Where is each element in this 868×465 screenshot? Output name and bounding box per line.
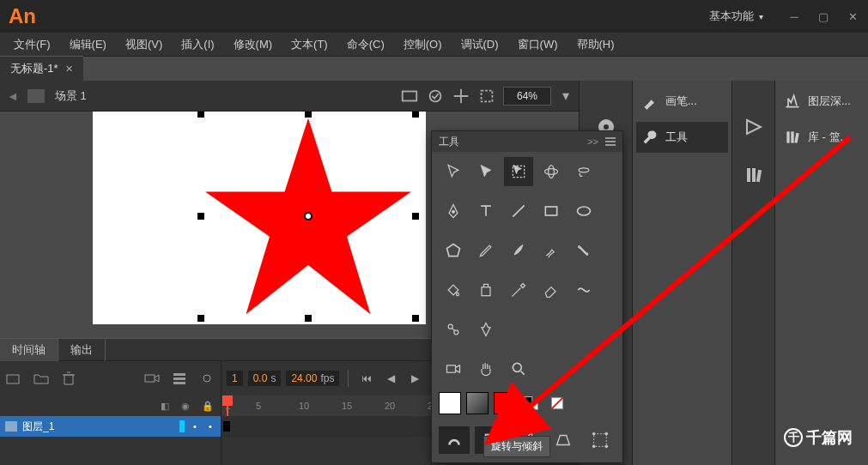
swap-colors-button[interactable]: [466, 392, 489, 414]
brush-tool[interactable]: [504, 236, 533, 265]
3d-rotation-tool[interactable]: [537, 157, 566, 186]
stroke-color-swatch[interactable]: [439, 392, 461, 414]
fill-color-swatch[interactable]: [494, 392, 516, 414]
tools-panel-button[interactable]: 工具: [636, 122, 728, 153]
center-stage-icon[interactable]: [452, 87, 470, 106]
selection-handle[interactable]: [197, 213, 204, 220]
free-transform-tool[interactable]: [504, 157, 533, 186]
envelope-option[interactable]: [585, 426, 616, 454]
layer-outline-indicator[interactable]: [179, 420, 185, 432]
menu-control[interactable]: 控制(O): [395, 33, 451, 56]
window-close-button[interactable]: ✕: [846, 9, 859, 23]
link-layers-button[interactable]: [198, 370, 215, 387]
selection-handle[interactable]: [305, 112, 312, 118]
selection-handle[interactable]: [412, 112, 419, 118]
tab-timeline[interactable]: 时间轴: [0, 339, 58, 361]
menu-text[interactable]: 文本(T): [282, 33, 337, 56]
menu-insert[interactable]: 插入(I): [173, 33, 222, 56]
tab-output[interactable]: 输出: [58, 339, 106, 361]
scene-back-button[interactable]: ◄: [5, 88, 21, 104]
subselection-tool[interactable]: [471, 157, 501, 186]
brush-panel-button[interactable]: 画笔...: [636, 86, 728, 117]
no-color-button[interactable]: [547, 393, 568, 414]
menu-modify[interactable]: 修改(M): [225, 33, 282, 56]
current-frame-readout[interactable]: 1: [227, 371, 243, 386]
keyframe[interactable]: [223, 421, 230, 432]
asset-warp-tool[interactable]: [439, 315, 468, 344]
text-tool[interactable]: [471, 196, 501, 226]
playhead[interactable]: [227, 396, 228, 416]
step-back-button[interactable]: ◀: [381, 369, 400, 388]
fps-readout[interactable]: 24.00fps: [286, 371, 339, 386]
selection-handle[interactable]: [305, 315, 312, 322]
tools-panel-titlebar[interactable]: 工具 >>: [432, 131, 622, 152]
polystar-tool[interactable]: [439, 236, 468, 265]
menu-view[interactable]: 视图(V): [117, 33, 171, 56]
zoom-input[interactable]: [503, 87, 551, 106]
clip-stage-icon[interactable]: [477, 87, 496, 106]
selection-handle[interactable]: [197, 112, 204, 118]
pin-tool[interactable]: [471, 315, 501, 344]
document-tab[interactable]: 无标题-1* ✕: [0, 56, 83, 81]
ink-bottle-tool[interactable]: [471, 275, 501, 305]
document-tab-close[interactable]: ✕: [65, 63, 73, 75]
pencil-tool[interactable]: [471, 236, 501, 265]
selection-handle[interactable]: [197, 315, 204, 322]
visibility-column-icon[interactable]: ◉: [181, 401, 190, 412]
menu-edit[interactable]: 编辑(E): [61, 33, 115, 56]
camera-button[interactable]: [143, 370, 161, 387]
tools-panel-menu-icon[interactable]: [605, 137, 616, 146]
delete-layer-button[interactable]: [60, 370, 77, 387]
menu-window[interactable]: 窗口(W): [509, 33, 567, 56]
window-minimize-button[interactable]: ─: [787, 9, 801, 23]
layer-depth-panel-button[interactable]: 图层深...: [779, 86, 865, 117]
menu-debug[interactable]: 调试(D): [452, 33, 507, 56]
line-tool[interactable]: [504, 196, 533, 226]
layer-visibility-toggle[interactable]: •: [190, 421, 200, 432]
width-tool[interactable]: [569, 275, 598, 305]
zoom-dropdown[interactable]: ▾: [558, 87, 574, 106]
play-button[interactable]: ▶: [405, 369, 424, 388]
paint-brush-tool[interactable]: [537, 236, 566, 265]
distort-option[interactable]: [548, 426, 579, 454]
layer-lock-toggle[interactable]: •: [205, 421, 215, 432]
paint-bucket-tool[interactable]: [439, 275, 468, 305]
edit-scene-icon[interactable]: [400, 87, 419, 106]
transform-panel-button[interactable]: [738, 112, 769, 142]
selection-handle[interactable]: [412, 315, 419, 322]
new-folder-button[interactable]: [33, 370, 50, 387]
bone-tool[interactable]: [569, 236, 598, 265]
oval-tool[interactable]: [569, 196, 598, 226]
new-layer-button[interactable]: [5, 370, 22, 387]
current-time-readout[interactable]: 0.0s: [248, 371, 282, 386]
selection-handle[interactable]: [412, 213, 419, 220]
snap-to-objects-toggle[interactable]: [439, 426, 470, 454]
menu-file[interactable]: 文件(F): [5, 33, 59, 56]
zoom-tool[interactable]: [504, 354, 533, 383]
tools-panel[interactable]: 工具 >>: [431, 130, 623, 463]
menu-command[interactable]: 命令(C): [338, 33, 393, 56]
pen-tool[interactable]: [439, 196, 468, 226]
lasso-tool[interactable]: [569, 157, 598, 186]
black-white-swatch-button[interactable]: [521, 393, 542, 414]
outline-column-icon[interactable]: ◧: [161, 401, 169, 412]
library-panel-button[interactable]: 库 - 篮...: [779, 122, 865, 153]
library-books-icon[interactable]: [738, 160, 769, 190]
menu-help[interactable]: 帮助(H): [568, 33, 623, 56]
eyedropper-tool[interactable]: [504, 275, 533, 305]
layer-name[interactable]: 图层_1: [22, 420, 174, 434]
transform-pivot[interactable]: [304, 212, 313, 220]
symbol-icon[interactable]: [426, 87, 445, 106]
tools-panel-collapse-button[interactable]: >>: [587, 136, 598, 147]
layer-view-button[interactable]: [171, 370, 188, 387]
lock-column-icon[interactable]: 🔒: [202, 401, 214, 412]
selection-box[interactable]: [201, 114, 416, 318]
eraser-tool[interactable]: [537, 275, 566, 305]
window-maximize-button[interactable]: ▢: [816, 9, 830, 23]
layer-row[interactable]: 图层_1 • •: [0, 416, 221, 437]
selection-tool[interactable]: [439, 157, 468, 186]
hand-tool[interactable]: [471, 354, 501, 383]
scene-name[interactable]: 场景 1: [55, 88, 87, 104]
goto-first-frame-button[interactable]: ⏮: [357, 369, 376, 388]
workspace-switcher[interactable]: 基本功能: [702, 5, 770, 27]
